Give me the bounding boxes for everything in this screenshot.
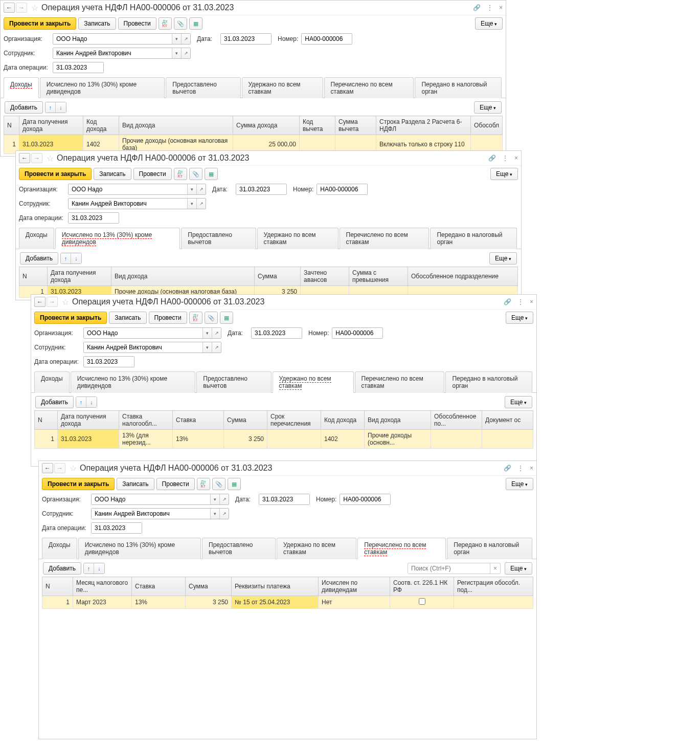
star-icon[interactable]: ☆ — [31, 3, 38, 13]
tab-taxauth[interactable]: Передано в налоговый орган — [445, 371, 532, 393]
org-field[interactable]: ▾ ↗ — [53, 33, 191, 45]
tab-income[interactable]: Доходы — [4, 77, 39, 98]
back-button[interactable]: ← — [19, 153, 30, 163]
menu-icon[interactable]: ⋮ — [487, 4, 493, 11]
clear-icon[interactable]: × — [490, 563, 500, 574]
attach-icon[interactable]: 📎 — [174, 17, 187, 30]
tab-income[interactable]: Доходы — [34, 371, 70, 393]
attach-icon[interactable]: 📎 — [212, 478, 225, 490]
close-icon[interactable]: × — [514, 155, 518, 162]
more-button[interactable]: Еще — [505, 396, 532, 408]
tab-calc13[interactable]: Исчислено по 13% (30%) кроме дивидендов — [71, 371, 196, 393]
close-icon[interactable]: × — [530, 465, 533, 472]
dtkt-icon[interactable]: ДтКт — [174, 168, 187, 180]
write-button[interactable]: Записать — [117, 478, 154, 490]
link-icon[interactable]: 🔗 — [473, 4, 481, 11]
dtkt-icon[interactable]: ДтКт — [197, 478, 210, 490]
add-button[interactable]: Добавить — [35, 396, 74, 408]
link-icon[interactable]: 🔗 — [488, 155, 496, 162]
more-button[interactable]: Еще — [474, 101, 502, 114]
tab-income[interactable]: Доходы — [42, 538, 77, 559]
open-icon[interactable]: ↗ — [181, 48, 190, 58]
dtkt-icon[interactable]: ДтКт — [189, 312, 202, 324]
attach-icon[interactable]: 📎 — [205, 312, 218, 324]
more-button[interactable]: Еще — [475, 17, 503, 30]
post-close-button[interactable]: Провести и закрыть — [42, 478, 115, 490]
transferred-table[interactable]: N Месяц налогового пе... Ставка Сумма Ре… — [42, 577, 533, 609]
dropdown-icon[interactable]: ▾ — [172, 48, 181, 58]
menu-icon[interactable]: ⋮ — [517, 465, 524, 472]
post-close-button[interactable]: Провести и закрыть — [4, 17, 76, 30]
forward-button[interactable]: → — [16, 3, 27, 13]
write-button[interactable]: Записать — [109, 312, 146, 324]
back-button[interactable]: ← — [34, 297, 46, 307]
tab-taxauth[interactable]: Передано в налоговый орган — [415, 77, 502, 98]
emp-field[interactable]: ▾ ↗ — [53, 48, 191, 59]
post-close-button[interactable]: Провести и закрыть — [34, 312, 107, 324]
star-icon[interactable]: ☆ — [62, 297, 69, 307]
tab-deductions[interactable]: Предоставлено вычетов — [181, 228, 256, 249]
tab-calc13[interactable]: Исчислено по 13% (30%) кроме дивидендов — [55, 228, 180, 249]
tab-deductions[interactable]: Предоставлено вычетов — [202, 538, 276, 559]
tab-income[interactable]: Доходы — [19, 228, 54, 249]
star-icon[interactable]: ☆ — [70, 464, 77, 473]
income-table[interactable]: N Дата получения дохода Код дохода Вид д… — [4, 116, 503, 154]
post-button[interactable]: Провести — [118, 17, 156, 30]
search-input[interactable] — [408, 563, 490, 574]
report-icon[interactable]: ▦ — [220, 312, 233, 324]
forward-button[interactable]: → — [47, 297, 58, 307]
post-button[interactable]: Провести — [156, 478, 195, 490]
dtkt-icon[interactable]: ДтКт — [159, 17, 172, 30]
menu-icon[interactable]: ⋮ — [502, 155, 508, 162]
post-button[interactable]: Провести — [149, 312, 187, 324]
tab-calc13[interactable]: Исчислено по 13% (30%) кроме дивидендов — [78, 538, 201, 559]
add-button[interactable]: Добавить — [20, 252, 58, 265]
more-button[interactable]: Еще — [506, 312, 533, 324]
link-icon[interactable]: 🔗 — [504, 298, 511, 305]
tab-deductions[interactable]: Предоставлено вычетов — [196, 371, 271, 393]
post-button[interactable]: Провести — [133, 168, 172, 180]
tab-withheld[interactable]: Удержано по всем ставкам — [277, 538, 356, 559]
tab-taxauth[interactable]: Передано в налоговый орган — [447, 538, 532, 559]
add-button[interactable]: Добавить — [5, 101, 43, 114]
forward-button[interactable]: → — [31, 153, 42, 163]
date-field[interactable]: ▦ — [220, 33, 272, 45]
tab-transferred[interactable]: Перечислено по всем ставкам — [355, 371, 445, 393]
close-icon[interactable]: × — [530, 298, 533, 305]
tab-withheld[interactable]: Удержано по всем ставкам — [242, 77, 323, 98]
tab-withheld[interactable]: Удержано по всем ставкам — [257, 228, 338, 249]
write-button[interactable]: Записать — [94, 168, 131, 180]
more-button[interactable]: Еще — [505, 562, 532, 575]
more-button[interactable]: Еще — [489, 252, 517, 265]
report-icon[interactable]: ▦ — [189, 17, 202, 30]
num-field[interactable] — [301, 33, 352, 45]
back-button[interactable]: ← — [4, 3, 15, 13]
table-row[interactable]: 1 31.03.2023 13% (для нерезид... 13% 3 2… — [35, 430, 533, 449]
opdate-field[interactable]: ▦ — [53, 62, 104, 73]
tab-transferred[interactable]: Перечислено по всем ставкам — [357, 538, 446, 559]
checkbox[interactable] — [419, 598, 425, 605]
calc-table[interactable]: N Дата получения дохода Вид дохода Сумма… — [19, 267, 518, 298]
forward-button[interactable]: → — [54, 463, 65, 473]
attach-icon[interactable]: 📎 — [189, 168, 202, 180]
more-button[interactable]: Еще — [506, 478, 533, 490]
star-icon[interactable]: ☆ — [47, 153, 54, 163]
open-icon[interactable]: ↗ — [181, 34, 190, 44]
post-close-button[interactable]: Провести и закрыть — [19, 168, 92, 180]
withheld-table[interactable]: N Дата получения дохода Ставка налогообл… — [34, 410, 533, 449]
tab-transferred[interactable]: Перечислено по всем ставкам — [340, 228, 430, 249]
table-row[interactable]: 1 Март 2023 13% 3 250 № 15 от 25.04.2023… — [42, 596, 533, 609]
tab-taxauth[interactable]: Передано в налоговый орган — [430, 228, 517, 249]
move-buttons[interactable]: ↑↓ — [45, 102, 66, 113]
report-icon[interactable]: ▦ — [205, 168, 218, 180]
tab-calc13[interactable]: Исчислено по 13% (30%) кроме дивидендов — [40, 77, 165, 98]
add-button[interactable]: Добавить — [43, 562, 81, 575]
more-button[interactable]: Еще — [490, 168, 518, 180]
menu-icon[interactable]: ⋮ — [517, 298, 524, 305]
back-button[interactable]: ← — [42, 463, 53, 473]
write-button[interactable]: Записать — [78, 17, 116, 30]
close-icon[interactable]: × — [499, 4, 503, 11]
link-icon[interactable]: 🔗 — [504, 465, 511, 472]
report-icon[interactable]: ▦ — [228, 478, 241, 490]
tab-transferred[interactable]: Перечислено по всем ставкам — [324, 77, 414, 98]
